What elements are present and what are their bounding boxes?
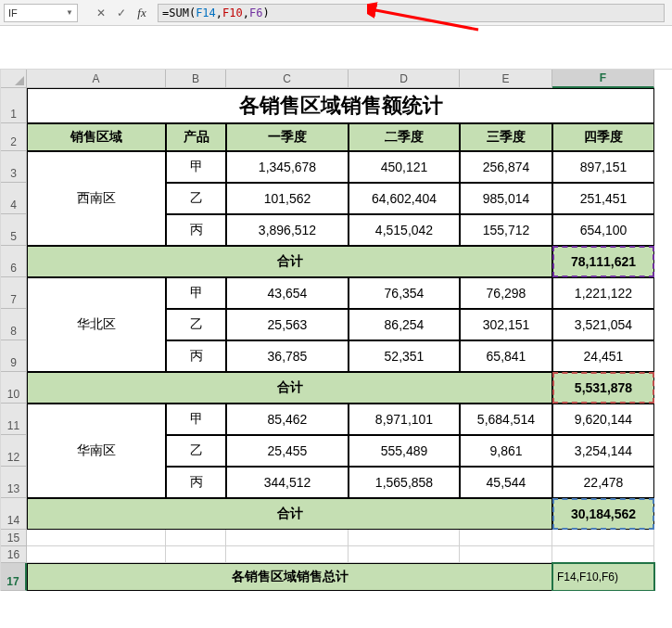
grand-total-label[interactable]: 各销售区域销售总计 <box>27 563 552 591</box>
row-header-7[interactable]: 7 <box>1 277 27 309</box>
row-header-9[interactable]: 9 <box>1 340 27 372</box>
fx-icon[interactable]: fx <box>132 3 152 23</box>
col-header-D[interactable]: D <box>349 70 460 88</box>
table-cell[interactable]: 101,562 <box>226 183 349 214</box>
table-cell[interactable]: 1,221,122 <box>552 277 654 309</box>
table-cell[interactable]: 251,451 <box>552 183 654 214</box>
table-cell[interactable]: 9,620,144 <box>552 404 654 435</box>
row-header-16[interactable]: 16 <box>1 546 27 563</box>
table-cell[interactable]: 8,971,101 <box>349 404 460 435</box>
formula-input[interactable]: =SUM(F14,F10,F6) <box>158 4 665 22</box>
row-header-11[interactable]: 11 <box>1 404 27 435</box>
table-cell[interactable]: 甲 <box>166 151 226 183</box>
table-cell[interactable]: 155,712 <box>460 214 552 246</box>
empty-cell[interactable] <box>460 530 552 546</box>
table-cell[interactable]: 乙 <box>166 435 226 467</box>
table-cell[interactable]: 乙 <box>166 309 226 340</box>
empty-cell[interactable] <box>552 546 654 563</box>
table-cell[interactable]: 1,565,858 <box>349 467 460 498</box>
table-cell[interactable]: 256,874 <box>460 151 552 183</box>
empty-cell[interactable] <box>552 530 654 546</box>
table-cell[interactable]: 4,515,042 <box>349 214 460 246</box>
table-cell[interactable]: 1,345,678 <box>226 151 349 183</box>
col-header-A[interactable]: A <box>27 70 166 88</box>
row-header-4[interactable]: 4 <box>1 183 27 214</box>
title-cell[interactable]: 各销售区域销售额统计 <box>27 88 654 123</box>
row-header-5[interactable]: 5 <box>1 214 27 246</box>
table-cell[interactable]: 45,544 <box>460 467 552 498</box>
table-cell[interactable]: 3,896,512 <box>226 214 349 246</box>
subtotal-q4-2[interactable]: 30,184,562 <box>552 498 654 530</box>
table-cell[interactable]: 22,478 <box>552 467 654 498</box>
table-cell[interactable]: 丙 <box>166 214 226 246</box>
col-header-E[interactable]: E <box>460 70 552 88</box>
table-cell[interactable]: 24,451 <box>552 340 654 372</box>
row-header-6[interactable]: 6 <box>1 246 27 277</box>
table-cell[interactable]: 64,602,404 <box>349 183 460 214</box>
hdr-q2[interactable]: 二季度 <box>349 123 460 151</box>
table-cell[interactable]: 25,455 <box>226 435 349 467</box>
table-cell[interactable]: 甲 <box>166 277 226 309</box>
table-cell[interactable]: 985,014 <box>460 183 552 214</box>
row-header-3[interactable]: 3 <box>1 151 27 183</box>
region-name-2[interactable]: 华南区 <box>27 404 166 498</box>
subtotal-label-1[interactable]: 合计 <box>27 372 552 404</box>
empty-cell[interactable] <box>226 546 349 563</box>
table-cell[interactable]: 86,254 <box>349 309 460 340</box>
row-header-8[interactable]: 8 <box>1 309 27 340</box>
region-name-1[interactable]: 华北区 <box>27 277 166 372</box>
table-cell[interactable]: 76,298 <box>460 277 552 309</box>
chevron-down-icon[interactable]: ▼ <box>66 8 73 17</box>
table-cell[interactable]: 897,151 <box>552 151 654 183</box>
subtotal-label-2[interactable]: 合计 <box>27 498 552 530</box>
accept-formula-button[interactable]: ✓ <box>111 3 132 23</box>
row-header-15[interactable]: 15 <box>1 530 27 546</box>
empty-cell[interactable] <box>27 530 166 546</box>
table-cell[interactable]: 丙 <box>166 340 226 372</box>
row-header-1[interactable]: 1 <box>1 88 27 123</box>
table-cell[interactable]: 65,841 <box>460 340 552 372</box>
table-cell[interactable]: 25,563 <box>226 309 349 340</box>
empty-cell[interactable] <box>349 530 460 546</box>
row-header-12[interactable]: 12 <box>1 435 27 467</box>
grand-total-active-cell[interactable]: F14,F10,F6) <box>552 563 654 591</box>
empty-cell[interactable] <box>166 530 226 546</box>
table-cell[interactable]: 555,489 <box>349 435 460 467</box>
select-all-corner[interactable] <box>1 70 27 88</box>
table-cell[interactable]: 丙 <box>166 467 226 498</box>
table-cell[interactable]: 302,151 <box>460 309 552 340</box>
hdr-q3[interactable]: 三季度 <box>460 123 552 151</box>
row-header-2[interactable]: 2 <box>1 123 27 151</box>
cancel-formula-button[interactable]: ✕ <box>91 3 111 23</box>
spreadsheet-grid[interactable]: A B C D E F 1 各销售区域销售额统计 2 销售区域 产品 一季度 二… <box>0 69 672 591</box>
hdr-product[interactable]: 产品 <box>166 123 226 151</box>
subtotal-q4-1[interactable]: 5,531,878 <box>552 372 654 404</box>
table-cell[interactable]: 654,100 <box>552 214 654 246</box>
subtotal-label-0[interactable]: 合计 <box>27 246 552 277</box>
empty-cell[interactable] <box>226 530 349 546</box>
empty-cell[interactable] <box>166 546 226 563</box>
table-cell[interactable]: 450,121 <box>349 151 460 183</box>
subtotal-q4-0[interactable]: 78,111,621 <box>552 246 654 277</box>
table-cell[interactable]: 3,254,144 <box>552 435 654 467</box>
table-cell[interactable]: 43,654 <box>226 277 349 309</box>
row-header-10[interactable]: 10 <box>1 372 27 404</box>
col-header-C[interactable]: C <box>226 70 349 88</box>
table-cell[interactable]: 甲 <box>166 404 226 435</box>
table-cell[interactable]: 85,462 <box>226 404 349 435</box>
table-cell[interactable]: 76,354 <box>349 277 460 309</box>
hdr-q1[interactable]: 一季度 <box>226 123 349 151</box>
hdr-q4[interactable]: 四季度 <box>552 123 654 151</box>
table-cell[interactable]: 9,861 <box>460 435 552 467</box>
table-cell[interactable]: 5,684,514 <box>460 404 552 435</box>
row-header-14[interactable]: 14 <box>1 498 27 530</box>
col-header-F[interactable]: F <box>552 70 654 88</box>
table-cell[interactable]: 36,785 <box>226 340 349 372</box>
empty-cell[interactable] <box>460 546 552 563</box>
table-cell[interactable]: 乙 <box>166 183 226 214</box>
empty-cell[interactable] <box>349 546 460 563</box>
row-header-17[interactable]: 17 <box>1 563 27 591</box>
empty-cell[interactable] <box>27 546 166 563</box>
hdr-area[interactable]: 销售区域 <box>27 123 166 151</box>
table-cell[interactable]: 344,512 <box>226 467 349 498</box>
